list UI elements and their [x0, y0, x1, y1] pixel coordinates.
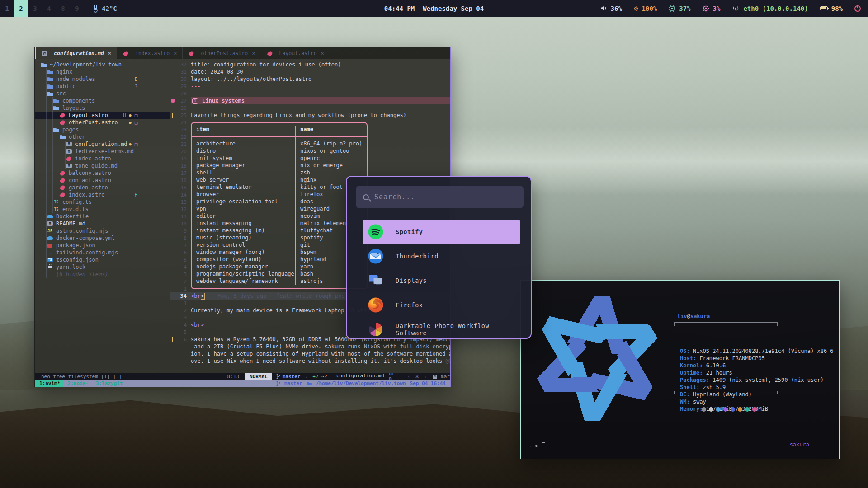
- tree-item[interactable]: components: [35, 97, 170, 104]
- buffer-tab[interactable]: index.astro ×: [117, 47, 183, 59]
- editor-line: 32title: configuration for devices i use…: [170, 61, 450, 68]
- tree-indent: [40, 90, 47, 97]
- statusline-separator: ›: [303, 374, 310, 380]
- editor-line: 21architecturex86_64 (rip m2 pro): [170, 141, 450, 148]
- nix-snowflake: [528, 296, 666, 421]
- tree-item[interactable]: configuration.md ●□: [35, 141, 170, 148]
- tree-item[interactable]: src: [35, 90, 170, 97]
- file-icon: [53, 98, 60, 104]
- displays-icon: [368, 272, 384, 289]
- tmux-path: /home/liv/Development/liv.town: [316, 380, 406, 386]
- tree-item[interactable]: fediverse-terms.md: [35, 148, 170, 155]
- launcher-item[interactable]: Thunderbird: [363, 244, 520, 268]
- tree-item[interactable]: other: [35, 133, 170, 141]
- launcher-item[interactable]: Darktable Photo Workflow Software: [363, 318, 520, 339]
- tree-item[interactable]: astro.config.mjs: [35, 227, 170, 235]
- filetype-icon: [267, 50, 274, 56]
- close-icon[interactable]: ×: [321, 50, 324, 56]
- workspace-button[interactable]: 2: [14, 0, 28, 17]
- terminal-color-palette: [702, 407, 757, 412]
- tmux-window[interactable]: 2:node-: [64, 380, 92, 387]
- tree-item[interactable]: docker-compose.yml: [35, 235, 170, 242]
- tree-item-label: Dockerfile: [56, 213, 89, 220]
- tree-item[interactable]: index.astro: [35, 155, 170, 162]
- tree-item[interactable]: node_modules E: [35, 75, 170, 83]
- workspace-button[interactable]: 1: [0, 0, 14, 17]
- close-icon[interactable]: ×: [252, 50, 255, 56]
- tree-item-label: tailwind.config.mjs: [56, 249, 118, 256]
- tree-item[interactable]: otherPost.astro ●□: [35, 119, 170, 126]
- tree-item[interactable]: env.d.ts: [35, 206, 170, 213]
- tree-indent: [40, 213, 47, 220]
- folder-icon: [307, 381, 312, 385]
- shell-prompt[interactable]: ~ >: [528, 442, 545, 449]
- workspace-button[interactable]: 4: [42, 0, 56, 17]
- file-icon: [47, 228, 53, 234]
- buffer-tab[interactable]: Layout.astro ×: [261, 47, 330, 59]
- launcher-search[interactable]: Search...: [356, 186, 524, 208]
- tree-indent: [40, 242, 47, 249]
- app-icon: [368, 321, 384, 338]
- temperature-widget: 42°C: [93, 0, 117, 17]
- buffer-tab[interactable]: otherPost.astro ×: [183, 47, 261, 59]
- workspace-button[interactable]: 3: [28, 0, 42, 17]
- file-icon: [47, 257, 53, 263]
- workspace-button[interactable]: 9: [70, 0, 84, 17]
- tree-item[interactable]: tone-guide.md: [35, 162, 170, 169]
- tmux-window[interactable]: 3:lazygit: [92, 380, 127, 387]
- tree-item[interactable]: yarn.lock: [35, 263, 170, 271]
- tree-item[interactable]: layouts: [35, 104, 170, 112]
- file-icon: [59, 119, 66, 126]
- tree-item-label: docker-compose.yml: [56, 235, 115, 241]
- launcher-item[interactable]: Displays: [363, 269, 520, 292]
- cpu-module[interactable]: 37%: [669, 5, 690, 12]
- buffer-tab[interactable]: configuration.md ×: [35, 47, 117, 59]
- cpu-icon: [669, 5, 675, 12]
- tree-item[interactable]: config.ts: [35, 198, 170, 206]
- tree-item-label: Layout.astro: [69, 112, 108, 118]
- workspace-button[interactable]: 8: [56, 0, 70, 17]
- power-module[interactable]: [854, 5, 861, 12]
- tmux-window[interactable]: 1:nvim*: [36, 380, 64, 387]
- volume-module[interactable]: 36%: [600, 5, 622, 12]
- tree-item[interactable]: contact.astro: [35, 177, 170, 184]
- tree-indent: [40, 155, 66, 162]
- close-icon[interactable]: ×: [174, 50, 177, 56]
- file-icon: [59, 192, 66, 198]
- tree-item[interactable]: index.astro H: [35, 191, 170, 198]
- tree-item[interactable]: package.json: [35, 242, 170, 249]
- neo-tree-panel: ~/Development/liv.town nginx node_module…: [35, 59, 170, 373]
- filetype-icon: [123, 50, 129, 56]
- network-module[interactable]: eth0 (10.0.0.140): [732, 5, 808, 12]
- battery-module[interactable]: 98%: [820, 5, 843, 12]
- tree-indent: [40, 75, 47, 83]
- tree-item[interactable]: Layout.astro H●□: [35, 112, 170, 119]
- buffer-tabbar: configuration.md × index.astro × otherPo…: [35, 47, 450, 59]
- tree-item[interactable]: public ?: [35, 83, 170, 90]
- launcher-item[interactable]: Firefox: [363, 293, 520, 317]
- tree-item[interactable]: nginx: [35, 68, 170, 75]
- brightness-module[interactable]: ⚙ 100%: [634, 5, 657, 12]
- launcher-item[interactable]: Spotify: [363, 220, 520, 244]
- gpu-module[interactable]: 3%: [703, 5, 721, 12]
- close-icon[interactable]: ×: [108, 50, 111, 56]
- git-branch-name: master: [283, 374, 301, 380]
- tree-item[interactable]: README.md: [35, 220, 170, 227]
- palette-dot: [716, 407, 721, 412]
- tree-item[interactable]: pages: [35, 126, 170, 133]
- file-icon: [47, 69, 53, 75]
- palette-dot: [731, 407, 735, 412]
- tree-item[interactable]: balcony.astro: [35, 169, 170, 177]
- tree-item[interactable]: Dockerfile: [35, 213, 170, 220]
- nixos-logo: [527, 286, 667, 432]
- tree-indent: [40, 97, 53, 104]
- gear-icon: ⚙: [634, 5, 638, 12]
- tree-item[interactable]: (6 hidden items): [35, 271, 170, 278]
- tree-item[interactable]: tsconfig.json: [35, 256, 170, 263]
- tree-item[interactable]: garden.astro: [35, 184, 170, 191]
- tree-item[interactable]: tailwind.config.mjs: [35, 249, 170, 256]
- tree-item[interactable]: ~/Development/liv.town: [35, 61, 170, 68]
- tree-item-git-marks: ?: [135, 83, 137, 90]
- tree-indent: [40, 227, 47, 235]
- file-icon: [59, 177, 66, 183]
